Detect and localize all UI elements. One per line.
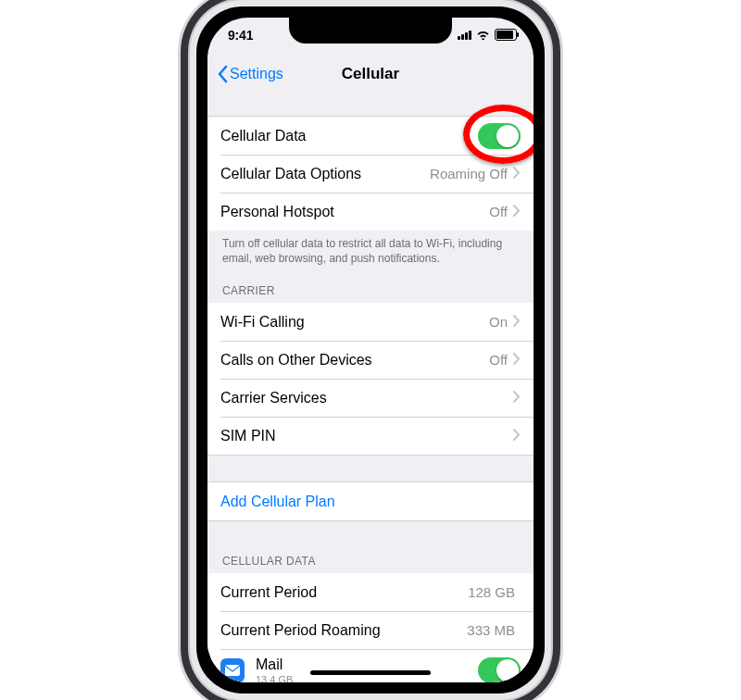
status-icons [458, 29, 517, 41]
chevron-right-icon [513, 390, 521, 406]
nav-bar: Settings Cellular [207, 55, 534, 94]
cellular-data-toggle[interactable] [478, 123, 521, 149]
cellular-data-row[interactable]: Cellular Data [207, 116, 534, 155]
battery-icon [495, 29, 517, 41]
cellular-data-options-row[interactable]: Cellular Data Options Roaming Off [207, 155, 534, 193]
settings-list[interactable]: Cellular Data Cellular Data Options Roam… [207, 94, 534, 682]
calls-other-devices-value: Off [489, 352, 508, 368]
wifi-calling-row[interactable]: Wi-Fi Calling On [207, 303, 534, 341]
mail-usage-value: 13.4 GB [256, 674, 293, 682]
cellular-data-footer: Turn off cellular data to restrict all d… [207, 231, 534, 266]
cellular-data-options-label: Cellular Data Options [220, 166, 430, 182]
mail-app-icon [220, 658, 245, 682]
svg-rect-0 [225, 665, 240, 676]
carrier-services-row[interactable]: Carrier Services [207, 379, 534, 417]
current-period-label: Current Period [220, 584, 468, 601]
current-period-roaming-row: Current Period Roaming 333 MB [207, 611, 534, 649]
personal-hotspot-label: Personal Hotspot [220, 204, 489, 220]
personal-hotspot-value: Off [489, 204, 508, 219]
mail-label: Mail [256, 656, 293, 673]
chevron-left-icon [217, 65, 228, 83]
current-period-roaming-value: 333 MB [467, 622, 515, 638]
carrier-services-label: Carrier Services [220, 390, 513, 406]
cellular-data-options-value: Roaming Off [430, 166, 508, 181]
calls-other-devices-label: Calls on Other Devices [220, 352, 489, 369]
cellular-data-label: Cellular Data [220, 128, 478, 144]
sim-pin-label: SIM PIN [220, 428, 513, 444]
add-cellular-plan-row[interactable]: Add Cellular Plan [207, 481, 534, 521]
chevron-right-icon [513, 314, 521, 331]
add-cellular-plan-label: Add Cellular Plan [220, 494, 521, 510]
wifi-calling-label: Wi-Fi Calling [220, 314, 489, 331]
chevron-right-icon [513, 428, 521, 444]
wifi-icon [476, 30, 490, 40]
screen: 9:41 Settings Cellular [207, 18, 534, 682]
current-period-roaming-label: Current Period Roaming [220, 622, 467, 639]
cellular-data-usage-header: CELLULAR DATA [207, 555, 534, 573]
home-indicator[interactable] [310, 670, 431, 675]
calls-other-devices-row[interactable]: Calls on Other Devices Off [207, 341, 534, 379]
chevron-right-icon [513, 166, 521, 182]
wifi-calling-value: On [489, 314, 508, 330]
back-button[interactable]: Settings [217, 65, 283, 83]
status-time: 9:41 [228, 28, 253, 43]
notch [289, 18, 452, 44]
chevron-right-icon [513, 352, 521, 369]
back-label: Settings [230, 66, 283, 82]
sim-pin-row[interactable]: SIM PIN [207, 417, 534, 456]
phone-frame: 9:41 Settings Cellular [190, 0, 551, 700]
personal-hotspot-row[interactable]: Personal Hotspot Off [207, 193, 534, 231]
chevron-right-icon [513, 204, 521, 220]
current-period-value: 128 GB [468, 584, 515, 600]
mail-usage-row[interactable]: Mail 13.4 GB [207, 649, 534, 682]
carrier-header: CARRIER [207, 284, 534, 303]
current-period-row: Current Period 128 GB [207, 573, 534, 611]
signal-icon [458, 31, 471, 40]
mail-cellular-toggle[interactable] [478, 657, 521, 682]
